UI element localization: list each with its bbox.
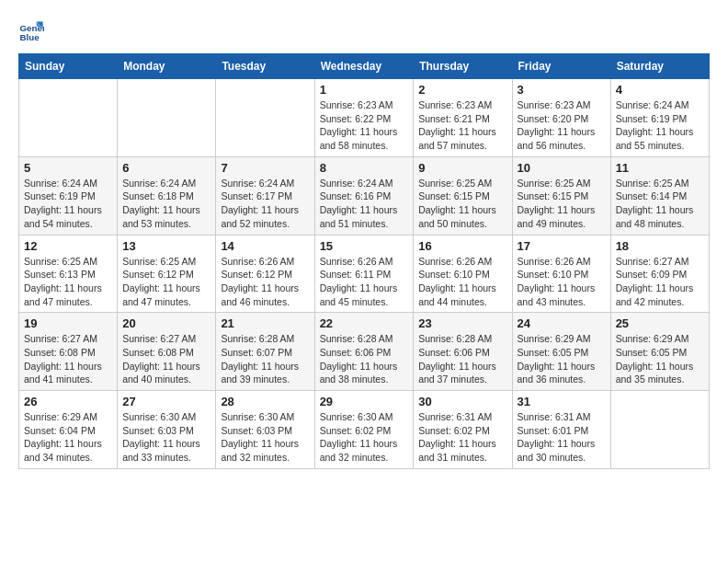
day-number: 1 bbox=[320, 83, 409, 97]
day-info: Sunrise: 6:23 AMSunset: 6:21 PMDaylight:… bbox=[418, 98, 506, 153]
day-number: 27 bbox=[122, 395, 210, 408]
calendar-cell: 9Sunrise: 6:25 AMSunset: 6:15 PMDaylight… bbox=[414, 156, 512, 235]
day-info: Sunrise: 6:29 AMSunset: 6:05 PMDaylight:… bbox=[616, 332, 704, 386]
day-number: 3 bbox=[518, 83, 606, 97]
calendar-cell: 17Sunrise: 6:26 AMSunset: 6:10 PMDayligh… bbox=[512, 235, 610, 313]
day-number: 12 bbox=[24, 239, 112, 253]
day-number: 20 bbox=[122, 316, 210, 330]
calendar-cell bbox=[118, 79, 216, 157]
calendar-cell: 15Sunrise: 6:26 AMSunset: 6:11 PMDayligh… bbox=[314, 235, 414, 313]
calendar-cell bbox=[610, 391, 709, 469]
day-info: Sunrise: 6:27 AMSunset: 6:08 PMDaylight:… bbox=[122, 332, 210, 386]
day-number: 28 bbox=[221, 395, 309, 408]
day-info: Sunrise: 6:24 AMSunset: 6:18 PMDaylight:… bbox=[122, 177, 210, 231]
calendar-cell: 21Sunrise: 6:28 AMSunset: 6:07 PMDayligh… bbox=[216, 313, 314, 391]
day-number: 11 bbox=[616, 161, 704, 175]
day-number: 15 bbox=[320, 239, 409, 253]
day-info: Sunrise: 6:31 AMSunset: 6:02 PMDaylight:… bbox=[418, 410, 506, 465]
calendar-cell bbox=[19, 79, 118, 157]
calendar-cell bbox=[216, 79, 314, 157]
calendar-cell: 20Sunrise: 6:27 AMSunset: 6:08 PMDayligh… bbox=[118, 313, 216, 391]
day-number: 30 bbox=[418, 395, 506, 408]
svg-text:Blue: Blue bbox=[19, 32, 40, 42]
day-number: 26 bbox=[24, 395, 112, 408]
calendar-cell: 1Sunrise: 6:23 AMSunset: 6:22 PMDaylight… bbox=[314, 79, 414, 157]
calendar-week-3: 12Sunrise: 6:25 AMSunset: 6:13 PMDayligh… bbox=[19, 235, 710, 313]
day-info: Sunrise: 6:25 AMSunset: 6:13 PMDaylight:… bbox=[24, 255, 112, 309]
day-number: 5 bbox=[24, 161, 112, 175]
day-info: Sunrise: 6:24 AMSunset: 6:16 PMDaylight:… bbox=[320, 177, 409, 231]
day-header-tuesday: Tuesday bbox=[216, 54, 314, 79]
calendar-cell: 7Sunrise: 6:24 AMSunset: 6:17 PMDaylight… bbox=[216, 156, 314, 235]
calendar-cell: 31Sunrise: 6:31 AMSunset: 6:01 PMDayligh… bbox=[512, 391, 610, 469]
calendar-cell: 29Sunrise: 6:30 AMSunset: 6:02 PMDayligh… bbox=[314, 391, 414, 469]
day-number: 9 bbox=[418, 161, 506, 175]
calendar-week-1: 1Sunrise: 6:23 AMSunset: 6:22 PMDaylight… bbox=[19, 79, 710, 157]
day-info: Sunrise: 6:26 AMSunset: 6:10 PMDaylight:… bbox=[518, 255, 606, 309]
day-info: Sunrise: 6:30 AMSunset: 6:02 PMDaylight:… bbox=[320, 410, 409, 465]
calendar-cell: 4Sunrise: 6:24 AMSunset: 6:19 PMDaylight… bbox=[610, 79, 709, 157]
calendar-cell: 27Sunrise: 6:30 AMSunset: 6:03 PMDayligh… bbox=[118, 391, 216, 469]
day-header-thursday: Thursday bbox=[414, 54, 512, 79]
day-info: Sunrise: 6:25 AMSunset: 6:15 PMDaylight:… bbox=[518, 177, 606, 231]
day-number: 22 bbox=[320, 316, 409, 330]
day-info: Sunrise: 6:24 AMSunset: 6:17 PMDaylight:… bbox=[221, 177, 309, 231]
calendar-cell: 19Sunrise: 6:27 AMSunset: 6:08 PMDayligh… bbox=[19, 313, 118, 391]
calendar-cell: 13Sunrise: 6:25 AMSunset: 6:12 PMDayligh… bbox=[118, 235, 216, 313]
day-number: 4 bbox=[616, 83, 704, 97]
calendar-cell: 23Sunrise: 6:28 AMSunset: 6:06 PMDayligh… bbox=[414, 313, 512, 391]
calendar-cell: 14Sunrise: 6:26 AMSunset: 6:12 PMDayligh… bbox=[216, 235, 314, 313]
day-number: 7 bbox=[221, 161, 309, 175]
day-number: 2 bbox=[418, 83, 506, 97]
day-number: 19 bbox=[24, 316, 112, 330]
calendar-cell: 30Sunrise: 6:31 AMSunset: 6:02 PMDayligh… bbox=[414, 391, 512, 469]
day-number: 24 bbox=[518, 316, 606, 330]
calendar-header-row: SundayMondayTuesdayWednesdayThursdayFrid… bbox=[19, 54, 710, 79]
day-info: Sunrise: 6:30 AMSunset: 6:03 PMDaylight:… bbox=[221, 410, 309, 465]
calendar-cell: 2Sunrise: 6:23 AMSunset: 6:21 PMDaylight… bbox=[414, 79, 512, 157]
day-info: Sunrise: 6:23 AMSunset: 6:22 PMDaylight:… bbox=[320, 98, 409, 153]
calendar-cell: 5Sunrise: 6:24 AMSunset: 6:19 PMDaylight… bbox=[19, 156, 118, 235]
calendar: SundayMondayTuesdayWednesdayThursdayFrid… bbox=[18, 53, 710, 469]
day-info: Sunrise: 6:28 AMSunset: 6:06 PMDaylight:… bbox=[418, 332, 506, 386]
day-info: Sunrise: 6:27 AMSunset: 6:09 PMDaylight:… bbox=[616, 255, 704, 309]
day-info: Sunrise: 6:25 AMSunset: 6:12 PMDaylight:… bbox=[122, 255, 210, 309]
page-header: General Blue bbox=[18, 18, 710, 44]
calendar-week-2: 5Sunrise: 6:24 AMSunset: 6:19 PMDaylight… bbox=[19, 156, 710, 235]
calendar-cell: 24Sunrise: 6:29 AMSunset: 6:05 PMDayligh… bbox=[512, 313, 610, 391]
calendar-cell: 11Sunrise: 6:25 AMSunset: 6:14 PMDayligh… bbox=[610, 156, 709, 235]
calendar-cell: 10Sunrise: 6:25 AMSunset: 6:15 PMDayligh… bbox=[512, 156, 610, 235]
day-number: 21 bbox=[221, 316, 309, 330]
day-number: 18 bbox=[616, 239, 704, 253]
day-info: Sunrise: 6:24 AMSunset: 6:19 PMDaylight:… bbox=[616, 98, 704, 153]
calendar-cell: 6Sunrise: 6:24 AMSunset: 6:18 PMDaylight… bbox=[118, 156, 216, 235]
day-number: 16 bbox=[418, 239, 506, 253]
calendar-cell: 8Sunrise: 6:24 AMSunset: 6:16 PMDaylight… bbox=[314, 156, 414, 235]
day-number: 25 bbox=[616, 316, 704, 330]
logo-icon: General Blue bbox=[18, 18, 44, 44]
day-info: Sunrise: 6:26 AMSunset: 6:10 PMDaylight:… bbox=[418, 255, 506, 309]
calendar-week-4: 19Sunrise: 6:27 AMSunset: 6:08 PMDayligh… bbox=[19, 313, 710, 391]
day-info: Sunrise: 6:28 AMSunset: 6:07 PMDaylight:… bbox=[221, 332, 309, 386]
day-info: Sunrise: 6:29 AMSunset: 6:05 PMDaylight:… bbox=[518, 332, 606, 386]
day-info: Sunrise: 6:24 AMSunset: 6:19 PMDaylight:… bbox=[24, 177, 112, 231]
day-number: 14 bbox=[221, 239, 309, 253]
calendar-week-5: 26Sunrise: 6:29 AMSunset: 6:04 PMDayligh… bbox=[19, 391, 710, 469]
day-info: Sunrise: 6:23 AMSunset: 6:20 PMDaylight:… bbox=[518, 98, 606, 153]
day-header-wednesday: Wednesday bbox=[314, 54, 414, 79]
calendar-cell: 28Sunrise: 6:30 AMSunset: 6:03 PMDayligh… bbox=[216, 391, 314, 469]
day-number: 6 bbox=[122, 161, 210, 175]
day-info: Sunrise: 6:28 AMSunset: 6:06 PMDaylight:… bbox=[320, 332, 409, 386]
day-info: Sunrise: 6:25 AMSunset: 6:14 PMDaylight:… bbox=[616, 177, 704, 231]
calendar-cell: 12Sunrise: 6:25 AMSunset: 6:13 PMDayligh… bbox=[19, 235, 118, 313]
calendar-cell: 26Sunrise: 6:29 AMSunset: 6:04 PMDayligh… bbox=[19, 391, 118, 469]
day-info: Sunrise: 6:31 AMSunset: 6:01 PMDaylight:… bbox=[518, 410, 606, 465]
day-header-monday: Monday bbox=[118, 54, 216, 79]
calendar-cell: 18Sunrise: 6:27 AMSunset: 6:09 PMDayligh… bbox=[610, 235, 709, 313]
day-info: Sunrise: 6:30 AMSunset: 6:03 PMDaylight:… bbox=[122, 410, 210, 465]
day-number: 23 bbox=[418, 316, 506, 330]
day-number: 10 bbox=[518, 161, 606, 175]
logo: General Blue bbox=[18, 18, 46, 44]
day-number: 29 bbox=[320, 395, 409, 408]
day-info: Sunrise: 6:27 AMSunset: 6:08 PMDaylight:… bbox=[24, 332, 112, 386]
